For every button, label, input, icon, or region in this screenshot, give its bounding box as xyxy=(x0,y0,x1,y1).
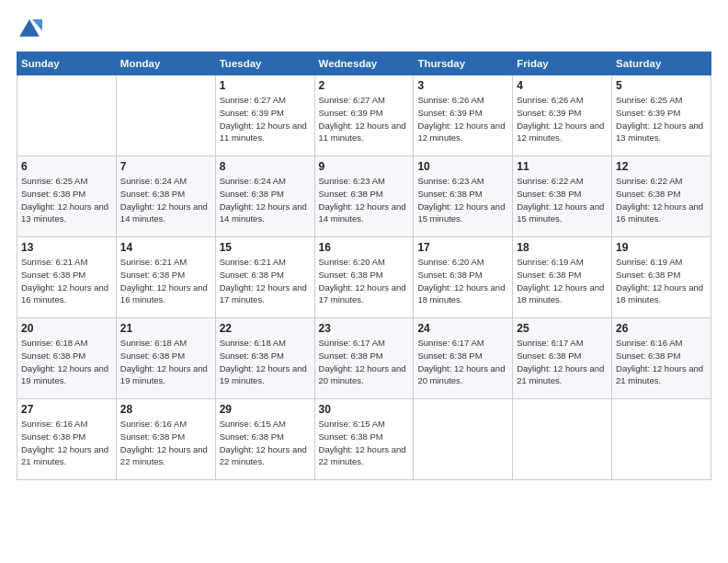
calendar-header-sunday: Sunday xyxy=(17,52,117,75)
day-info: Sunrise: 6:23 AMSunset: 6:38 PMDaylight:… xyxy=(417,175,508,225)
day-info: Sunrise: 6:22 AMSunset: 6:38 PMDaylight:… xyxy=(517,175,608,225)
day-number: 12 xyxy=(616,160,707,173)
logo xyxy=(17,17,46,42)
calendar-cell: 30Sunrise: 6:15 AMSunset: 6:38 PMDayligh… xyxy=(314,399,414,480)
day-info: Sunrise: 6:19 AMSunset: 6:38 PMDaylight:… xyxy=(517,256,608,306)
calendar-cell: 20Sunrise: 6:18 AMSunset: 6:38 PMDayligh… xyxy=(17,318,117,399)
calendar-week-row: 20Sunrise: 6:18 AMSunset: 6:38 PMDayligh… xyxy=(17,318,711,399)
calendar-cell: 25Sunrise: 6:17 AMSunset: 6:38 PMDayligh… xyxy=(513,318,612,399)
day-number: 15 xyxy=(220,241,311,254)
day-number: 1 xyxy=(220,79,311,92)
day-number: 9 xyxy=(319,160,410,173)
day-info: Sunrise: 6:16 AMSunset: 6:38 PMDaylight:… xyxy=(21,418,112,468)
day-number: 23 xyxy=(319,322,410,335)
calendar-cell: 14Sunrise: 6:21 AMSunset: 6:38 PMDayligh… xyxy=(116,237,215,318)
header xyxy=(17,17,711,42)
calendar-cell: 5Sunrise: 6:25 AMSunset: 6:39 PMDaylight… xyxy=(612,75,711,156)
day-info: Sunrise: 6:21 AMSunset: 6:38 PMDaylight:… xyxy=(120,256,211,306)
calendar-cell: 23Sunrise: 6:17 AMSunset: 6:38 PMDayligh… xyxy=(314,318,414,399)
day-number: 25 xyxy=(517,322,608,335)
calendar-cell: 10Sunrise: 6:23 AMSunset: 6:38 PMDayligh… xyxy=(414,156,513,237)
calendar-header-friday: Friday xyxy=(513,52,612,75)
calendar-cell: 3Sunrise: 6:26 AMSunset: 6:39 PMDaylight… xyxy=(414,75,513,156)
calendar-cell: 28Sunrise: 6:16 AMSunset: 6:38 PMDayligh… xyxy=(116,399,215,480)
day-info: Sunrise: 6:20 AMSunset: 6:38 PMDaylight:… xyxy=(417,256,508,306)
day-number: 10 xyxy=(417,160,508,173)
day-info: Sunrise: 6:15 AMSunset: 6:38 PMDaylight:… xyxy=(319,418,410,468)
day-number: 3 xyxy=(417,79,508,92)
day-number: 13 xyxy=(21,241,112,254)
day-number: 16 xyxy=(319,241,410,254)
calendar-week-row: 1Sunrise: 6:27 AMSunset: 6:39 PMDaylight… xyxy=(17,75,711,156)
day-info: Sunrise: 6:16 AMSunset: 6:38 PMDaylight:… xyxy=(616,337,707,387)
calendar-cell: 19Sunrise: 6:19 AMSunset: 6:38 PMDayligh… xyxy=(612,237,711,318)
day-number: 4 xyxy=(517,79,608,92)
day-info: Sunrise: 6:24 AMSunset: 6:38 PMDaylight:… xyxy=(120,175,211,225)
calendar-cell xyxy=(414,399,513,480)
calendar-cell: 8Sunrise: 6:24 AMSunset: 6:38 PMDaylight… xyxy=(215,156,314,237)
day-info: Sunrise: 6:21 AMSunset: 6:38 PMDaylight:… xyxy=(220,256,311,306)
calendar-cell: 6Sunrise: 6:25 AMSunset: 6:38 PMDaylight… xyxy=(17,156,117,237)
day-number: 19 xyxy=(616,241,707,254)
day-info: Sunrise: 6:21 AMSunset: 6:38 PMDaylight:… xyxy=(21,256,112,306)
day-number: 24 xyxy=(417,322,508,335)
calendar-cell xyxy=(116,75,215,156)
day-number: 22 xyxy=(220,322,311,335)
calendar-cell: 9Sunrise: 6:23 AMSunset: 6:38 PMDaylight… xyxy=(314,156,414,237)
calendar-week-row: 13Sunrise: 6:21 AMSunset: 6:38 PMDayligh… xyxy=(17,237,711,318)
calendar-cell: 18Sunrise: 6:19 AMSunset: 6:38 PMDayligh… xyxy=(513,237,612,318)
calendar-cell: 24Sunrise: 6:17 AMSunset: 6:38 PMDayligh… xyxy=(414,318,513,399)
calendar-cell: 22Sunrise: 6:18 AMSunset: 6:38 PMDayligh… xyxy=(215,318,314,399)
calendar-cell xyxy=(612,399,711,480)
day-info: Sunrise: 6:18 AMSunset: 6:38 PMDaylight:… xyxy=(120,337,211,387)
calendar-cell: 7Sunrise: 6:24 AMSunset: 6:38 PMDaylight… xyxy=(116,156,215,237)
calendar-cell: 26Sunrise: 6:16 AMSunset: 6:38 PMDayligh… xyxy=(612,318,711,399)
day-info: Sunrise: 6:17 AMSunset: 6:38 PMDaylight:… xyxy=(417,337,508,387)
day-info: Sunrise: 6:17 AMSunset: 6:38 PMDaylight:… xyxy=(517,337,608,387)
day-number: 14 xyxy=(120,241,211,254)
day-number: 30 xyxy=(319,403,410,416)
calendar-cell: 17Sunrise: 6:20 AMSunset: 6:38 PMDayligh… xyxy=(414,237,513,318)
day-info: Sunrise: 6:24 AMSunset: 6:38 PMDaylight:… xyxy=(220,175,311,225)
calendar-cell: 2Sunrise: 6:27 AMSunset: 6:39 PMDaylight… xyxy=(314,75,414,156)
day-info: Sunrise: 6:26 AMSunset: 6:39 PMDaylight:… xyxy=(517,94,608,144)
calendar-header-thursday: Thursday xyxy=(414,52,513,75)
calendar-cell: 29Sunrise: 6:15 AMSunset: 6:38 PMDayligh… xyxy=(215,399,314,480)
calendar-header-wednesday: Wednesday xyxy=(314,52,414,75)
day-number: 6 xyxy=(21,160,112,173)
day-info: Sunrise: 6:16 AMSunset: 6:38 PMDaylight:… xyxy=(120,418,211,468)
day-number: 20 xyxy=(21,322,112,335)
day-number: 29 xyxy=(220,403,311,416)
calendar-cell: 15Sunrise: 6:21 AMSunset: 6:38 PMDayligh… xyxy=(215,237,314,318)
day-info: Sunrise: 6:17 AMSunset: 6:38 PMDaylight:… xyxy=(319,337,410,387)
day-number: 5 xyxy=(616,79,707,92)
calendar-week-row: 6Sunrise: 6:25 AMSunset: 6:38 PMDaylight… xyxy=(17,156,711,237)
calendar-header-row: SundayMondayTuesdayWednesdayThursdayFrid… xyxy=(17,52,711,75)
day-info: Sunrise: 6:20 AMSunset: 6:38 PMDaylight:… xyxy=(319,256,410,306)
calendar-cell xyxy=(17,75,117,156)
day-info: Sunrise: 6:25 AMSunset: 6:39 PMDaylight:… xyxy=(616,94,707,144)
day-info: Sunrise: 6:18 AMSunset: 6:38 PMDaylight:… xyxy=(220,337,311,387)
day-info: Sunrise: 6:15 AMSunset: 6:38 PMDaylight:… xyxy=(220,418,311,468)
day-info: Sunrise: 6:23 AMSunset: 6:38 PMDaylight:… xyxy=(319,175,410,225)
day-info: Sunrise: 6:27 AMSunset: 6:39 PMDaylight:… xyxy=(220,94,311,144)
day-number: 7 xyxy=(120,160,211,173)
calendar-cell: 16Sunrise: 6:20 AMSunset: 6:38 PMDayligh… xyxy=(314,237,414,318)
calendar-cell xyxy=(513,399,612,480)
calendar-cell: 27Sunrise: 6:16 AMSunset: 6:38 PMDayligh… xyxy=(17,399,117,480)
calendar-week-row: 27Sunrise: 6:16 AMSunset: 6:38 PMDayligh… xyxy=(17,399,711,480)
calendar-cell: 1Sunrise: 6:27 AMSunset: 6:39 PMDaylight… xyxy=(215,75,314,156)
day-info: Sunrise: 6:26 AMSunset: 6:39 PMDaylight:… xyxy=(417,94,508,144)
page: SundayMondayTuesdayWednesdayThursdayFrid… xyxy=(0,0,728,563)
day-info: Sunrise: 6:25 AMSunset: 6:38 PMDaylight:… xyxy=(21,175,112,225)
logo-icon xyxy=(17,17,42,42)
calendar-header-tuesday: Tuesday xyxy=(215,52,314,75)
day-info: Sunrise: 6:27 AMSunset: 6:39 PMDaylight:… xyxy=(319,94,410,144)
day-info: Sunrise: 6:22 AMSunset: 6:38 PMDaylight:… xyxy=(616,175,707,225)
day-number: 18 xyxy=(517,241,608,254)
day-number: 11 xyxy=(517,160,608,173)
calendar-cell: 4Sunrise: 6:26 AMSunset: 6:39 PMDaylight… xyxy=(513,75,612,156)
day-number: 26 xyxy=(616,322,707,335)
day-info: Sunrise: 6:19 AMSunset: 6:38 PMDaylight:… xyxy=(616,256,707,306)
day-info: Sunrise: 6:18 AMSunset: 6:38 PMDaylight:… xyxy=(21,337,112,387)
